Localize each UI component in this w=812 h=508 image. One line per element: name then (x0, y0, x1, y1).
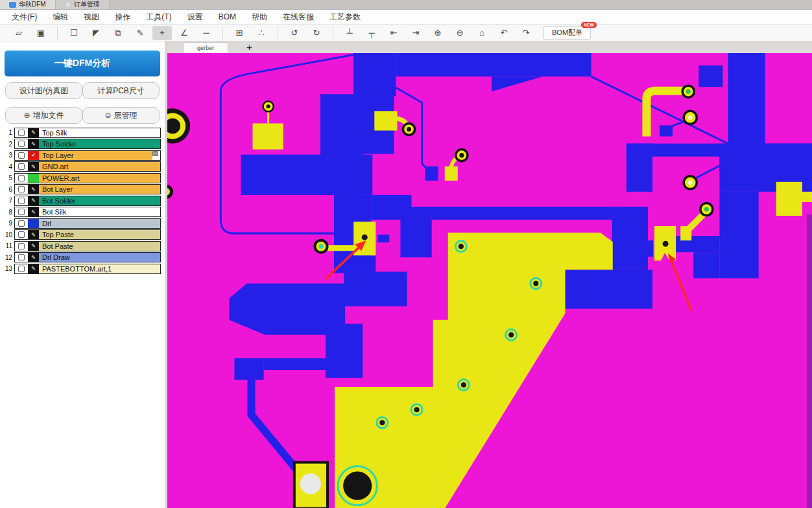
layer-row-pastebottom[interactable]: 13 ✎ PASTEBOTTOM.art,1 (3, 263, 165, 275)
align-bottom-icon[interactable]: ┴ (340, 26, 359, 40)
layer-row-top-silk[interactable]: 1 ✎ Top Silk (3, 127, 165, 139)
layer-checkbox[interactable] (15, 151, 28, 160)
layer-row-power[interactable]: 5 POWER.art (3, 172, 165, 184)
layer-row-drl-draw[interactable]: 12 ✎ Drl Draw (3, 252, 165, 264)
select-rect-icon[interactable]: ☐ (64, 26, 84, 40)
net-nodes-icon[interactable]: ∴ (252, 26, 271, 40)
pan-right-icon[interactable]: ⇥ (406, 26, 425, 40)
layer-checkbox[interactable] (15, 207, 28, 216)
layer-checkbox[interactable] (15, 128, 28, 137)
new-tab-button[interactable]: + (246, 41, 252, 53)
layer-checkbox[interactable] (15, 174, 28, 183)
layer-row-top-paste[interactable]: 10 ✎ Top Paste (3, 229, 165, 241)
layer-color-swatch[interactable]: ✎ (28, 264, 39, 273)
menu-help[interactable]: 帮助 (244, 10, 275, 24)
angle-measure-icon[interactable]: ∠ (174, 26, 194, 40)
layer-name[interactable]: Bot Paste (39, 242, 160, 251)
layer-checkbox[interactable] (15, 253, 28, 262)
layer-checkbox[interactable] (15, 196, 28, 205)
layer-row-top-layer[interactable]: 3 ✔ Top Layer (3, 150, 165, 161)
window-tab-bar: 华秋DFM H 订单管理 (0, 0, 812, 10)
menu-bom[interactable]: BOM (211, 11, 244, 23)
menu-edit[interactable]: 编辑 (45, 10, 76, 24)
gerber-doc-tab[interactable]: gerber (183, 42, 228, 53)
layer-row-bot-layer[interactable]: 6 ✎ Bot Layer (3, 184, 165, 196)
fit-view-icon[interactable]: ⌂ (472, 26, 492, 40)
grid-icon[interactable]: ⊞ (230, 26, 249, 40)
layer-name[interactable]: Drl (39, 219, 160, 228)
layer-lock-icon[interactable] (152, 151, 158, 156)
layer-row-drl[interactable]: 9 Drl (3, 218, 165, 229)
layer-row-bot-solder[interactable]: 7 ✎ Bot Solder (3, 195, 165, 207)
zoom-out-icon[interactable]: ⊖ (450, 26, 470, 40)
measure-icon[interactable]: ⌖ (152, 26, 172, 40)
redo-icon[interactable]: ↷ (516, 26, 536, 40)
draw-edit-icon[interactable]: ✎ (130, 26, 150, 40)
work-area: gerber + (167, 41, 812, 508)
layer-name[interactable]: POWER.art (39, 174, 160, 183)
layer-color-swatch[interactable]: ✎ (28, 242, 39, 251)
layer-name[interactable]: Bot Solder (39, 196, 160, 205)
calc-pcb-size-button[interactable]: 计算PCB尺寸 (82, 82, 160, 99)
add-file-button[interactable]: ⊕ 增加文件 (5, 107, 82, 124)
layer-color-swatch[interactable] (28, 219, 39, 228)
app-tab-orders[interactable]: H 订单管理 (55, 0, 110, 9)
layer-color-swatch[interactable]: ✎ (28, 185, 39, 194)
layer-color-swatch[interactable]: ✎ (28, 207, 39, 216)
menu-view[interactable]: 视图 (76, 10, 107, 24)
layer-name[interactable]: Top Layer (39, 151, 152, 160)
layer-color-swatch[interactable]: ✔ (28, 151, 39, 160)
layer-manager-button[interactable]: ⊜ 层管理 (82, 107, 160, 124)
menu-process-params[interactable]: 工艺参数 (322, 10, 368, 24)
layer-color-swatch[interactable]: ✎ (28, 128, 39, 137)
copy-view-icon[interactable]: ⧉ (108, 26, 128, 40)
open-folder-icon[interactable]: ▱ (9, 26, 29, 40)
layer-checkbox[interactable] (15, 230, 28, 239)
layer-color-swatch[interactable]: ✎ (28, 253, 39, 262)
design-sim-view-button[interactable]: 设计图/仿真图 (5, 82, 82, 99)
bom-quote-button[interactable]: BOM配单 NEW (543, 26, 591, 40)
layer-name[interactable]: Top Silk (39, 128, 160, 137)
menu-operate[interactable]: 操作 (107, 10, 138, 24)
layer-row-bot-silk[interactable]: 8 ✎ Bot Silk (3, 207, 165, 218)
layer-checkbox[interactable] (15, 219, 28, 228)
layer-name[interactable]: Bot Silk (39, 207, 160, 216)
zoom-in-icon[interactable]: ⊕ (428, 26, 448, 40)
layer-name[interactable]: PASTEBOTTOM.art,1 (39, 264, 160, 273)
app-tab-dfm[interactable]: 华秋DFM (0, 0, 55, 9)
pan-left-icon[interactable]: ⇤ (384, 26, 403, 40)
line-icon[interactable]: ─ (197, 26, 216, 40)
layer-checkbox[interactable] (15, 242, 28, 251)
layer-name[interactable]: Top Solder (39, 139, 160, 148)
layer-color-swatch[interactable] (28, 174, 39, 183)
menu-file[interactable]: 文件(F) (4, 10, 45, 24)
align-top-icon[interactable]: ┬ (362, 26, 381, 40)
layer-checkbox[interactable] (15, 264, 28, 273)
rotate-left-icon[interactable]: ↺ (285, 26, 304, 40)
menu-tools[interactable]: 工具(T) (138, 10, 179, 24)
left-panel: 一键DFM分析 设计图/仿真图 计算PCB尺寸 ⊕ 增加文件 ⊜ 层管理 1 ✎… (0, 41, 167, 508)
layer-name[interactable]: Top Paste (39, 230, 160, 239)
layer-color-swatch[interactable]: ✎ (28, 139, 39, 148)
gerber-canvas[interactable] (167, 53, 812, 508)
layer-index: 11 (3, 242, 14, 249)
save-icon[interactable]: ▣ (31, 26, 51, 40)
layer-name[interactable]: Bot Layer (39, 185, 160, 194)
cursor-select-icon[interactable]: ◤ (86, 26, 106, 40)
layer-checkbox[interactable] (15, 139, 28, 148)
undo-icon[interactable]: ↶ (494, 26, 514, 40)
layer-row-gnd[interactable]: 4 ✎ GND.art (3, 161, 165, 173)
layer-checkbox[interactable] (15, 185, 28, 194)
layer-color-swatch[interactable]: ✎ (28, 196, 39, 205)
layer-color-swatch[interactable]: ✎ (28, 230, 39, 239)
one-click-dfm-button[interactable]: 一键DFM分析 (5, 51, 160, 76)
layer-row-top-solder[interactable]: 2 ✎ Top Solder (3, 139, 165, 150)
layer-name[interactable]: Drl Draw (39, 253, 160, 262)
layer-color-swatch[interactable]: ✎ (28, 162, 39, 171)
layer-checkbox[interactable] (15, 162, 28, 171)
layer-name[interactable]: GND.art (39, 162, 160, 171)
layer-row-bot-paste[interactable]: 11 ✎ Bot Paste (3, 240, 165, 252)
rotate-right-icon[interactable]: ↻ (307, 26, 326, 40)
menu-online-support[interactable]: 在线客服 (275, 10, 322, 24)
menu-settings[interactable]: 设置 (180, 10, 211, 24)
